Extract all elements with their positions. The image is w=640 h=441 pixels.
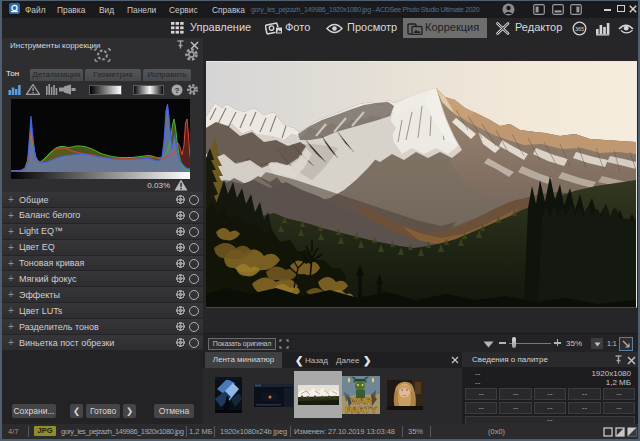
svg-text:?: ? bbox=[175, 85, 180, 94]
svg-text:PARTY: PARTY bbox=[345, 404, 377, 414]
svg-text:365: 365 bbox=[575, 26, 584, 32]
